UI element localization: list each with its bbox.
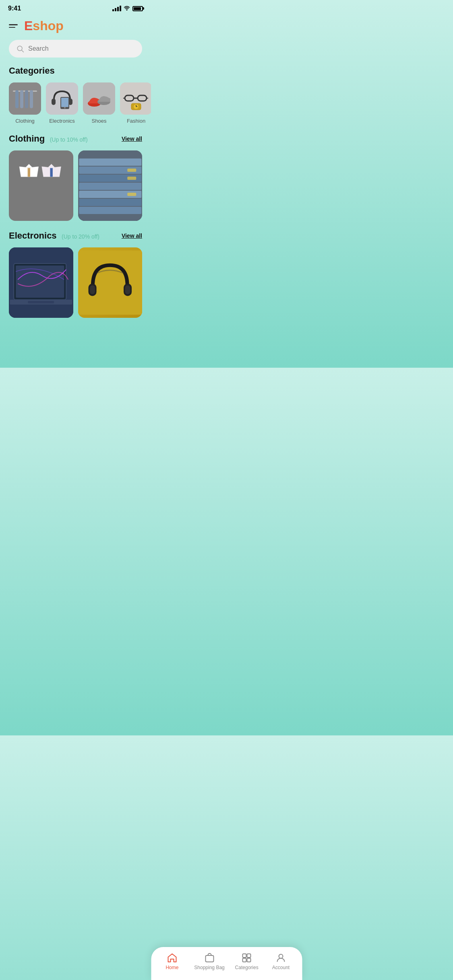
electronics-section-header: Electronics (Up to 20% off) View all xyxy=(0,231,151,247)
clothing-products xyxy=(0,150,151,231)
search-container xyxy=(0,40,151,66)
electronics-title-group: Electronics (Up to 20% off) xyxy=(9,231,99,241)
electronics-section-title: Electronics xyxy=(9,231,57,241)
svg-rect-43 xyxy=(16,266,64,298)
svg-point-13 xyxy=(64,107,66,109)
electronics-discount: (Up to 20% off) xyxy=(62,233,99,240)
svg-line-1 xyxy=(22,50,24,52)
svg-rect-27 xyxy=(13,158,69,214)
svg-rect-29 xyxy=(50,167,52,177)
category-label-shoes: Shoes xyxy=(92,118,107,124)
categories-list: Clothing Electronics xyxy=(0,82,151,134)
svg-rect-34 xyxy=(79,183,141,190)
signal-icon xyxy=(112,6,121,11)
product-card-shirts[interactable] xyxy=(9,150,73,221)
svg-rect-39 xyxy=(127,177,136,180)
app-header: Eshop xyxy=(0,14,151,40)
svg-rect-37 xyxy=(79,207,141,214)
svg-rect-50 xyxy=(125,285,130,294)
product-card-jeans[interactable] xyxy=(78,150,143,221)
app-logo: Eshop xyxy=(24,19,64,33)
product-card-headphones[interactable] xyxy=(78,247,143,318)
svg-rect-49 xyxy=(90,285,95,294)
categories-section-title: Categories xyxy=(0,66,151,82)
menu-button[interactable] xyxy=(9,24,18,28)
clothing-section-header: Clothing (Up to 10% off) View all xyxy=(0,134,151,150)
clothing-discount: (Up to 10% off) xyxy=(50,136,88,143)
product-card-laptop[interactable] xyxy=(9,247,73,318)
category-item-shoes[interactable]: Shoes xyxy=(83,82,115,124)
svg-rect-31 xyxy=(79,159,141,166)
status-time: 9:41 xyxy=(8,5,21,12)
battery-icon xyxy=(132,6,143,11)
svg-rect-9 xyxy=(52,99,56,105)
logo-e: E xyxy=(24,19,33,33)
electronics-products xyxy=(0,247,151,327)
clothing-title-group: Clothing (Up to 10% off) xyxy=(9,134,88,144)
search-box[interactable] xyxy=(9,40,142,58)
category-image-electronics xyxy=(46,82,78,115)
svg-rect-46 xyxy=(78,251,143,315)
category-label-clothing: Clothing xyxy=(15,118,35,124)
wifi-icon xyxy=(124,5,130,12)
search-icon xyxy=(16,45,24,53)
main-content: Categories Clothing xyxy=(0,66,151,368)
category-item-electronics[interactable]: Electronics xyxy=(46,82,78,124)
logo-text: shop xyxy=(33,19,63,33)
clothing-view-all[interactable]: View all xyxy=(122,136,142,142)
svg-rect-38 xyxy=(127,169,136,172)
category-item-fashion[interactable]: Fashion xyxy=(120,82,151,124)
category-image-clothing xyxy=(9,82,41,115)
category-label-fashion: Fashion xyxy=(127,118,145,124)
category-image-shoes xyxy=(83,82,115,115)
category-image-fashion xyxy=(120,82,151,115)
status-bar: 9:41 xyxy=(0,0,151,14)
svg-rect-40 xyxy=(127,193,136,196)
svg-rect-45 xyxy=(28,301,54,303)
electronics-view-all[interactable]: View all xyxy=(122,233,142,239)
svg-rect-28 xyxy=(28,167,30,177)
clothing-section-title: Clothing xyxy=(9,134,45,144)
svg-rect-36 xyxy=(79,199,141,206)
svg-rect-12 xyxy=(61,98,68,107)
category-label-electronics: Electronics xyxy=(49,118,75,124)
category-item-clothing[interactable]: Clothing xyxy=(9,82,41,124)
status-icons xyxy=(112,5,143,12)
search-input[interactable] xyxy=(28,45,135,52)
